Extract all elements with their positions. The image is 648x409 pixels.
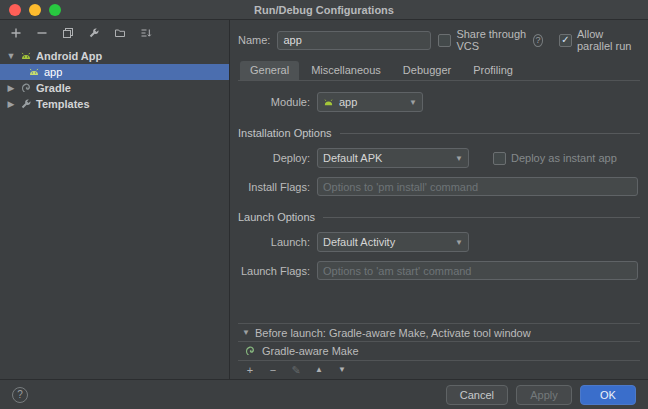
- deploy-label: Deploy:: [238, 152, 310, 164]
- share-through-vcs-checkbox[interactable]: Share through VCS ?: [438, 28, 543, 52]
- cancel-button[interactable]: Cancel: [446, 385, 508, 405]
- configurations-tree: ▼ Android App app ▶ Gradle ▶ Templates: [0, 46, 229, 379]
- tab-profiling[interactable]: Profiling: [463, 61, 523, 80]
- tree-item-templates[interactable]: ▶ Templates: [0, 96, 229, 112]
- dialog-body: ▼ Android App app ▶ Gradle ▶ Templates: [0, 20, 648, 379]
- tree-item-label: app: [44, 66, 62, 78]
- chevron-down-icon: ▼: [449, 154, 463, 163]
- checkbox-unchecked-icon: [493, 152, 506, 165]
- module-label: Module:: [238, 96, 310, 108]
- before-launch-toolbar: + − ✎ ▲ ▼: [238, 361, 640, 379]
- deploy-as-instant-app-label: Deploy as instant app: [511, 152, 617, 164]
- plus-icon: [10, 27, 22, 39]
- configuration-editor: Name: Share through VCS ? ✓ Allow parall…: [230, 20, 648, 379]
- chevron-down-icon: ▼: [6, 51, 16, 61]
- install-flags-row: Install Flags:: [238, 177, 640, 196]
- android-icon: [28, 66, 40, 78]
- edit-templates-button[interactable]: [86, 25, 102, 41]
- window-title: Run/Debug Configurations: [254, 4, 394, 16]
- checkbox-unchecked-icon: [438, 34, 451, 47]
- before-launch-list: Gradle-aware Make: [238, 341, 640, 361]
- move-task-up-button[interactable]: ▲: [313, 366, 325, 374]
- chevron-right-icon: ▶: [6, 99, 16, 109]
- chevron-down-icon: ▼: [242, 328, 250, 337]
- launch-options-section: Launch Options: [238, 211, 640, 223]
- before-launch-title: Before launch: Gradle-aware Make, Activa…: [255, 327, 531, 339]
- tree-item-app[interactable]: app: [0, 64, 229, 80]
- apply-button[interactable]: Apply: [516, 385, 572, 405]
- minimize-window-button[interactable]: [29, 4, 41, 16]
- launch-options-title: Launch Options: [238, 211, 315, 223]
- launch-label: Launch:: [238, 236, 310, 248]
- installation-options-section: Installation Options: [238, 127, 640, 139]
- minus-icon: [36, 27, 48, 39]
- before-launch-header[interactable]: ▼ Before launch: Gradle-aware Make, Acti…: [238, 324, 640, 341]
- launch-value: Default Activity: [323, 236, 395, 248]
- tabs-separator: [238, 80, 640, 81]
- deploy-row: Deploy: Default APK ▼ Deploy as instant …: [238, 148, 640, 168]
- android-icon: [20, 50, 32, 62]
- tree-item-android-app[interactable]: ▼ Android App: [0, 48, 229, 64]
- sort-configurations-button[interactable]: [138, 25, 154, 41]
- tab-miscellaneous[interactable]: Miscellaneous: [301, 61, 391, 80]
- add-configuration-button[interactable]: [8, 25, 24, 41]
- tree-item-gradle[interactable]: ▶ Gradle: [0, 80, 229, 96]
- name-row: Name: Share through VCS ? ✓ Allow parall…: [238, 28, 640, 52]
- before-launch-panel: ▼ Before launch: Gradle-aware Make, Acti…: [238, 323, 640, 379]
- allow-parallel-run-label: Allow parallel run: [577, 28, 640, 52]
- edit-task-button[interactable]: ✎: [290, 365, 302, 376]
- gradle-icon: [244, 345, 256, 357]
- allow-parallel-run-checkbox[interactable]: ✓ Allow parallel run: [559, 28, 640, 52]
- launch-row: Launch: Default Activity ▼: [238, 232, 640, 252]
- module-dropdown[interactable]: app ▼: [317, 92, 423, 112]
- section-divider: [323, 217, 640, 218]
- checkbox-checked-icon: ✓: [559, 34, 572, 47]
- launch-flags-input[interactable]: [317, 261, 638, 280]
- copy-icon: [62, 27, 74, 39]
- folder-icon: [114, 27, 126, 39]
- run-debug-configurations-dialog: Run/Debug Configurations: [0, 0, 648, 409]
- module-row: Module: app ▼: [238, 92, 640, 112]
- before-launch-item-label: Gradle-aware Make: [262, 345, 359, 357]
- zoom-window-button[interactable]: [49, 4, 61, 16]
- module-value: app: [339, 96, 357, 108]
- section-divider: [340, 133, 640, 134]
- sidebar-toolbar: [0, 20, 229, 46]
- close-window-button[interactable]: [9, 4, 21, 16]
- install-flags-input[interactable]: [317, 177, 638, 196]
- chevron-down-icon: ▼: [449, 238, 463, 247]
- vcs-help-icon[interactable]: ?: [533, 34, 543, 47]
- name-label: Name:: [238, 34, 270, 46]
- deploy-value: Default APK: [323, 152, 382, 164]
- ok-button[interactable]: OK: [580, 385, 636, 405]
- chevron-right-icon: ▶: [6, 83, 16, 93]
- top-right-options: Share through VCS ? ✓ Allow parallel run: [438, 28, 640, 52]
- tab-bar: General Miscellaneous Debugger Profiling: [238, 61, 640, 80]
- titlebar: Run/Debug Configurations: [0, 0, 648, 20]
- before-launch-item-gradle-make[interactable]: Gradle-aware Make: [238, 342, 640, 360]
- spacer: [238, 280, 640, 323]
- name-input[interactable]: [277, 31, 431, 50]
- dialog-footer: ? Cancel Apply OK: [0, 379, 648, 409]
- remove-configuration-button[interactable]: [34, 25, 50, 41]
- deploy-as-instant-app-checkbox[interactable]: Deploy as instant app: [493, 152, 617, 165]
- launch-dropdown[interactable]: Default Activity ▼: [317, 232, 469, 252]
- traffic-lights: [9, 4, 61, 16]
- chevron-down-icon: ▼: [403, 98, 417, 107]
- copy-configuration-button[interactable]: [60, 25, 76, 41]
- create-folder-button[interactable]: [112, 25, 128, 41]
- move-task-down-button[interactable]: ▼: [336, 366, 348, 374]
- deploy-dropdown[interactable]: Default APK ▼: [317, 148, 469, 168]
- gradle-icon: [20, 82, 32, 94]
- add-task-button[interactable]: +: [244, 365, 256, 376]
- tab-general[interactable]: General: [240, 61, 299, 80]
- help-button[interactable]: ?: [12, 387, 28, 403]
- launch-flags-label: Launch Flags:: [238, 265, 310, 277]
- tab-debugger[interactable]: Debugger: [393, 61, 461, 80]
- module-android-icon: [323, 97, 334, 108]
- install-flags-label: Install Flags:: [238, 181, 310, 193]
- remove-task-button[interactable]: −: [267, 365, 279, 376]
- wrench-icon: [20, 98, 32, 110]
- launch-flags-row: Launch Flags:: [238, 261, 640, 280]
- share-through-vcs-label: Share through VCS: [456, 28, 527, 52]
